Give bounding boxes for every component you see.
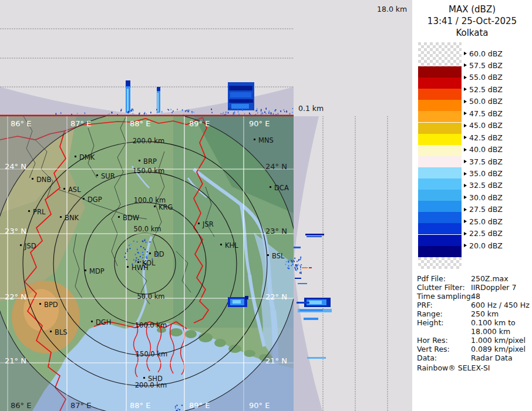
legend-threshold-label: 57.5 dBZ	[464, 61, 503, 69]
metadata-row: Time sampling:48	[417, 292, 530, 301]
city-label: DGH	[96, 318, 111, 326]
legend-arrow-icon	[464, 87, 467, 91]
city-dot	[270, 186, 271, 188]
city-dot	[91, 321, 93, 322]
legend-threshold-label: 22.5 dBZ	[464, 230, 503, 238]
range-ring-label: 100.0 km	[135, 321, 167, 329]
legend-swatch	[418, 89, 462, 100]
metadata-label: Clutter Filter:	[417, 283, 471, 292]
metadata-label: Time sampling:	[417, 292, 471, 301]
city-label: JSD	[24, 242, 36, 250]
longitude-label-top: 90° E	[249, 119, 270, 128]
product-header: MAX (dBZ) 13:41 / 25-Oct-2025 Kolkata	[412, 4, 532, 39]
legend-swatch	[418, 212, 462, 223]
metadata-row: Clutter Filter:IIRDoppler 7	[417, 283, 530, 292]
radar-map: 200.0 km150.0 km100.0 km50.0 km50.0 km10…	[0, 116, 294, 411]
metadata-label: PRF:	[417, 301, 471, 309]
city-label: DMK	[79, 153, 95, 161]
station-name: Kolkata	[412, 27, 532, 39]
metadata-row: Vert Res:0.089 km/pixel	[417, 345, 530, 353]
legend-threshold-text: 35.0 dBZ	[469, 169, 503, 178]
legend-swatch	[418, 123, 462, 134]
city-label: DGP	[87, 196, 102, 204]
metadata-value: IIRDoppler 7	[471, 283, 516, 292]
legend-swatch	[418, 66, 462, 78]
legend-threshold-label: 60.0 dBZ	[464, 49, 503, 58]
legend-threshold-text: 57.5 dBZ	[469, 61, 503, 70]
city-dot	[254, 139, 255, 140]
city-dot	[149, 252, 151, 254]
legend-threshold-label: 25.0 dBZ	[464, 217, 503, 225]
legend-threshold-text: 27.5 dBZ	[469, 205, 503, 214]
city-label: MDP	[89, 267, 105, 275]
city-label: HWH	[132, 264, 149, 272]
metadata-row: PRF:600 Hz / 450 Hz	[417, 301, 530, 309]
metadata-label: Data:	[417, 353, 471, 362]
city-label: BPD	[44, 301, 58, 309]
longitude-label-top: 86° E	[11, 119, 31, 128]
latitude-label-left: 24° N	[5, 162, 26, 171]
legend-swatch	[418, 111, 462, 122]
metadata-value: 250 km	[471, 309, 499, 318]
metadata-row: Range:250 km	[417, 309, 530, 318]
metadata-value: 600 Hz / 450 Hz	[471, 301, 530, 309]
range-ring-label: 150.0 km	[133, 167, 164, 175]
metadata-value: 0.089 km/pixel	[471, 345, 526, 353]
city-dot	[118, 216, 120, 218]
legend-threshold-label: 47.5 dBZ	[464, 109, 503, 117]
city-dot	[39, 303, 41, 305]
legend-swatch-transparent-top	[418, 42, 462, 66]
city-label: JSR	[202, 220, 214, 228]
city-label: BSL	[272, 252, 285, 260]
legend-threshold-label: 37.5 dBZ	[464, 157, 503, 166]
longitude-label-top: 89° E	[189, 119, 210, 128]
radar-app-window: 18.0 km 0.1 km	[0, 0, 532, 411]
legend-arrow-icon	[464, 220, 467, 223]
metadata-value: Radar Data	[471, 353, 513, 362]
city-dot	[32, 178, 33, 180]
legend-swatch	[418, 190, 462, 201]
height-axis-min-label: 0.1 km	[298, 104, 324, 113]
city-dot	[60, 216, 62, 218]
legend-arrow-icon	[464, 232, 467, 235]
legend-arrow-icon	[464, 148, 467, 151]
legend-threshold-label: 45.0 dBZ	[464, 122, 503, 130]
latitude-label-right: 23° N	[265, 227, 287, 235]
latitude-label-right: 24° N	[265, 162, 287, 171]
longitude-label-top: 88° E	[130, 119, 150, 128]
city-dot	[20, 244, 22, 246]
latitude-label-left: 22° N	[5, 292, 26, 301]
longitude-label-bottom: 86° E	[11, 401, 31, 410]
legend-threshold-text: 45.0 dBZ	[469, 121, 503, 130]
legend-arrow-icon	[464, 172, 467, 176]
longitude-label-bottom: 88° E	[130, 401, 150, 410]
metadata-value: 1.000 km/pixel	[471, 336, 526, 345]
city-dot	[83, 198, 85, 200]
city-label: MNS	[258, 136, 274, 144]
legend-swatch	[418, 201, 462, 212]
legend-arrow-icon	[464, 160, 467, 163]
metadata-value: 18.000 km	[471, 327, 510, 336]
longitude-label-bottom: 87° E	[70, 401, 91, 410]
legend-threshold-text: 40.0 dBZ	[469, 145, 503, 154]
city-dot	[75, 156, 76, 157]
top-profile-strip	[0, 0, 294, 116]
latitude-label-left: 23° N	[5, 227, 26, 235]
metadata-row: Height:0.100 km to	[417, 318, 530, 327]
metadata-value: 48	[471, 292, 480, 301]
legend-arrow-icon	[464, 63, 467, 67]
range-ring-label: 50.0 km	[133, 225, 161, 233]
legend-threshold-text: 50.0 dBZ	[469, 97, 503, 106]
city-dot	[28, 210, 30, 212]
city-label: PRL	[33, 208, 46, 216]
city-dot	[50, 331, 52, 332]
legend-threshold-label: 35.0 dBZ	[464, 170, 503, 178]
legend-arrow-icon	[464, 100, 467, 103]
city-label: DNB	[36, 176, 51, 184]
legend-arrow-icon	[464, 208, 467, 211]
legend-arrow-icon	[464, 52, 467, 55]
legend-swatch	[418, 167, 462, 178]
metadata-label: Vert Res:	[417, 345, 471, 353]
metadata-row: Hor Res:1.000 km/pixel	[417, 336, 530, 345]
product-datetime: 13:41 / 25-Oct-2025	[412, 15, 532, 27]
